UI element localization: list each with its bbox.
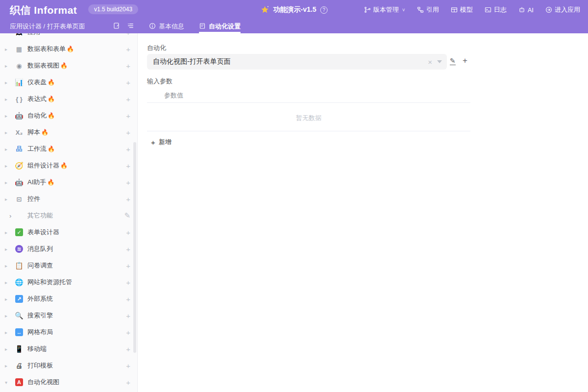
ai-icon — [518, 6, 525, 13]
add-icon[interactable]: + — [126, 328, 130, 337]
chevron-down-icon[interactable] — [437, 60, 442, 63]
add-icon[interactable]: + — [126, 62, 130, 70]
menu-model[interactable]: 模型 — [451, 5, 473, 14]
chevron-right-icon[interactable]: ▸ — [5, 230, 12, 235]
sidebar-item-message-queue[interactable]: ▸≋消息队列+ — [0, 241, 137, 257]
sidebar-item-grid-layout[interactable]: ▸↔网格布局+ — [0, 324, 137, 341]
empty-state-text: 暂无数据 — [147, 114, 470, 122]
add-icon[interactable]: + — [126, 262, 130, 270]
add-icon[interactable]: + — [126, 362, 130, 370]
chevron-right-icon[interactable]: ▸ — [5, 313, 12, 318]
add-icon[interactable]: + — [126, 312, 130, 320]
chevron-right-icon[interactable]: ▸ — [5, 113, 12, 119]
hot-fire-icon: 🔥 — [48, 112, 55, 119]
sidebar-item-surveys[interactable]: ▸📋问卷调查+ — [0, 257, 137, 274]
chevron-right-icon[interactable]: ▸ — [5, 346, 12, 352]
menu-logs[interactable]: 日志 — [485, 5, 507, 14]
chevron-right-icon[interactable]: ▸ — [5, 296, 12, 302]
add-icon[interactable]: + — [126, 33, 130, 37]
chevron-right-icon[interactable]: ▸ — [5, 80, 12, 85]
sidebar-item-automation[interactable]: ▸🤖自动化🔥+ — [0, 107, 137, 124]
divider — [147, 131, 470, 131]
chevron-right-icon[interactable]: ▸ — [5, 130, 12, 135]
menu-references[interactable]: 引用 — [417, 5, 439, 14]
add-icon[interactable]: + — [126, 278, 130, 287]
chevron-down-icon: ˅ — [402, 7, 405, 13]
clear-icon[interactable]: × — [428, 58, 432, 66]
add-icon[interactable]: + — [126, 195, 130, 203]
add-icon[interactable]: + — [126, 162, 130, 170]
sidebar-item-automation-views[interactable]: ▾A自动化视图+ — [0, 374, 137, 391]
chevron-right-icon[interactable]: ▸ — [5, 147, 12, 152]
add-icon[interactable]: + — [126, 78, 130, 87]
add-icon[interactable]: + — [126, 295, 130, 303]
search-engine-icon: 🔍 — [15, 312, 24, 319]
sidebar-item-workflow[interactable]: ▸品工作流🔥+ — [0, 141, 137, 157]
tab-basic-info[interactable]: 基本信息 — [145, 20, 188, 33]
help-icon[interactable]: ? — [320, 6, 327, 14]
edit-icon[interactable]: ✎ — [450, 57, 456, 65]
chevron-right-icon[interactable]: ▸ — [5, 363, 12, 368]
add-icon[interactable]: + — [126, 228, 130, 237]
app-icon: 🖼 — [15, 33, 24, 36]
chevron-right-icon[interactable]: ▸ — [5, 263, 12, 269]
sidebar-item-app[interactable]: 🖼应用+ — [0, 33, 137, 41]
enter-app-icon — [545, 6, 552, 13]
sidebar-item-dashboards[interactable]: ▸📊仪表盘🔥+ — [0, 74, 137, 91]
sidebar-item-site-hosting[interactable]: ▸🌐网站和资源托管+ — [0, 274, 137, 291]
chevron-down-icon[interactable]: ▾ — [5, 380, 12, 385]
chevron-right-icon[interactable]: ▸ — [5, 163, 12, 169]
chevron-right-icon[interactable]: ▸ — [5, 280, 12, 285]
add-icon[interactable]: + — [126, 128, 130, 137]
edit-icon[interactable]: ✎ — [124, 211, 130, 220]
sidebar-item-table-views[interactable]: ▸◉数据表视图🔥+ — [0, 57, 137, 74]
hot-fire-icon: 🔥 — [48, 146, 55, 152]
sidebar-item-data-tables[interactable]: ▸▦数据表和表单🔥+ — [0, 41, 137, 57]
tab-bar: 基本信息自动化设置 — [145, 20, 245, 33]
hot-fire-icon: 🔥 — [41, 129, 49, 136]
outline-icon[interactable] — [127, 22, 134, 31]
chevron-right-icon[interactable]: ▸ — [5, 47, 12, 52]
new-page-icon[interactable] — [113, 22, 120, 31]
add-icon[interactable]: + — [126, 145, 130, 153]
menu-version-management[interactable]: 版本管理˅ — [364, 5, 405, 14]
sidebar-item-ai-assistant[interactable]: ▸🤖AI助手🔥+ — [0, 174, 137, 191]
sidebar-item-external-systems[interactable]: ▸↗外部系统+ — [0, 291, 137, 307]
chevron-right-icon[interactable]: › — [5, 212, 12, 220]
sidebar-item-search-engine[interactable]: ▸🔍搜索引擎+ — [0, 307, 137, 324]
add-icon[interactable]: + — [126, 112, 130, 120]
add-icon[interactable]: + — [126, 178, 130, 187]
chevron-right-icon[interactable]: ▸ — [5, 97, 12, 102]
sidebar-item-expressions[interactable]: ▸{ }表达式🔥+ — [0, 91, 137, 107]
sidebar-item-mobile[interactable]: ▸📱移动端+ — [0, 341, 137, 357]
add-icon[interactable]: + — [126, 378, 130, 387]
sidebar-item-widget-designer[interactable]: ▸🧭组件设计器🔥+ — [0, 157, 137, 174]
add-param-button[interactable]: + 新增 — [151, 138, 172, 147]
page-title: 功能演示-v1.5 — [273, 5, 317, 14]
add-icon[interactable]: + — [126, 45, 130, 53]
model-icon — [451, 6, 458, 13]
chevron-right-icon[interactable]: ▸ — [5, 246, 12, 252]
add-icon[interactable]: + — [126, 245, 130, 253]
menu-ai[interactable]: AI — [518, 6, 534, 14]
chevron-right-icon[interactable]: ▸ — [5, 330, 12, 335]
sidebar-scrollbar[interactable] — [133, 142, 136, 353]
chevron-right-icon[interactable]: ▸ — [5, 180, 12, 185]
dashboards-icon: 📊 — [15, 78, 24, 86]
sidebar-item-controls[interactable]: ▸⊡控件+ — [0, 191, 137, 207]
add-icon[interactable]: + — [126, 95, 130, 103]
input-params-label: 输入参数 — [147, 77, 172, 86]
sidebar-item-form-designer[interactable]: ▸✓表单设计器+ — [0, 224, 137, 241]
chevron-right-icon[interactable]: ▸ — [5, 63, 12, 69]
chevron-right-icon[interactable]: ▸ — [5, 196, 12, 202]
sidebar-item-print-templates[interactable]: ▸🖨打印模板+ — [0, 357, 137, 374]
sidebar-item-other-features[interactable]: ›其它功能✎ — [0, 207, 137, 224]
tab-automation-settings[interactable]: 自动化设置 — [195, 20, 245, 33]
add-icon[interactable]: + — [126, 345, 130, 353]
message-queue-icon: ≋ — [15, 245, 24, 253]
automation-select[interactable]: 自动化视图-打开表单页面 × — [147, 54, 447, 70]
menu-enter-app[interactable]: 进入应用 — [545, 5, 580, 14]
sidebar-item-scripts[interactable]: ▸X₂脚本🔥+ — [0, 124, 137, 141]
add-automation-icon[interactable]: + — [463, 56, 467, 66]
main-content: 自动化 自动化视图-打开表单页面 × ✎ + 输入参数 参数值 暂无数据 + 新… — [138, 33, 588, 392]
